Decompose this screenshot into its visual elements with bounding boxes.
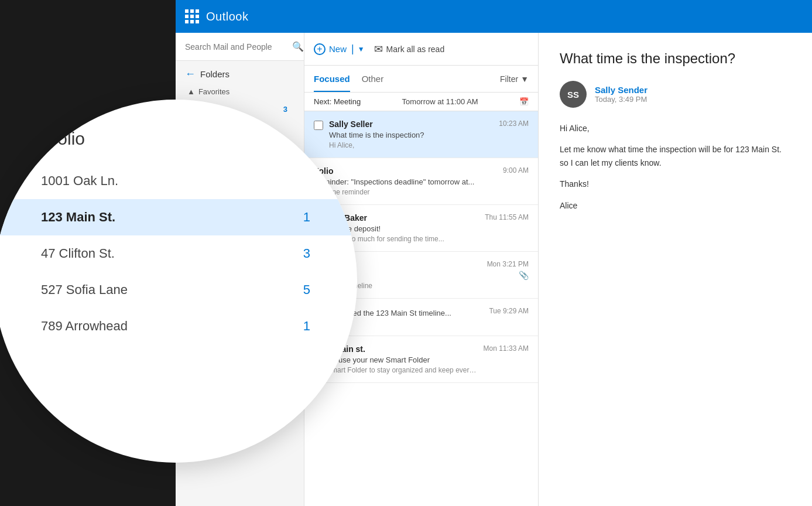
tabs-row: Focused Other Filter ▼: [304, 66, 538, 93]
email-sender-2: Folio: [314, 166, 497, 176]
email-checkbox-1[interactable]: [314, 121, 323, 130]
filter-chevron-icon: ▼: [520, 74, 529, 84]
email-meta-5: Tue 9:29 AM: [489, 307, 529, 315]
favorites-chevron: ▲: [187, 87, 195, 96]
folders-header[interactable]: ← Folders: [185, 68, 294, 80]
email-body: Hi Alice, Let me know what time the insp…: [560, 122, 791, 212]
body-line-1: Hi Alice,: [560, 122, 791, 135]
app-grid-icon[interactable]: [185, 9, 199, 23]
email-toolbar: + New | ▼ ✉ Mark all as read: [304, 33, 538, 66]
calendar-icon: 📅: [519, 97, 529, 106]
email-subject-2: Reminder: "Inspections deadline" tomorro…: [314, 177, 497, 186]
email-time-5: Tue 9:29 AM: [489, 307, 529, 315]
email-item[interactable]: Sally Seller What time is the inspection…: [304, 111, 538, 158]
mark-read-label: Mark all as read: [386, 45, 445, 54]
reading-pane: What time is the inspection? SS Sally Se…: [539, 33, 812, 506]
zoom-folder-badge-4: 1: [303, 319, 310, 334]
zoom-chevron-icon: ⌃: [29, 131, 40, 146]
header: Outlook: [176, 0, 812, 33]
email-meta-2: 9:00 AM: [503, 166, 529, 175]
filter-button[interactable]: Filter ▼: [500, 74, 529, 84]
email-preview-6: this Smart Folder to stay organized and …: [314, 366, 478, 374]
search-input[interactable]: [185, 42, 287, 52]
email-time-6: Mon 11:33 AM: [484, 344, 529, 353]
favorites-header[interactable]: ▲ Favorites: [187, 87, 294, 96]
email-subject-1: What time is the inspection?: [329, 131, 493, 139]
zoom-circle-overlay: ⌃ Folio 1001 Oak Ln. 123 Main St. 1 47 C…: [0, 100, 357, 463]
email-sender-1: Sally Seller: [329, 119, 493, 129]
zoom-folder-item-4[interactable]: 789 Arrowhead 1: [0, 308, 357, 344]
sender-name: Sally Sender: [595, 85, 647, 95]
body-line-4: Alice: [560, 199, 791, 212]
zoom-folder-item-1[interactable]: 123 Main St. 1: [0, 199, 357, 235]
zoom-folder-item-3[interactable]: 527 Sofia Lane 5: [0, 272, 357, 308]
email-preview-2: Timeline reminder: [314, 188, 497, 196]
avatar: SS: [560, 81, 587, 108]
sender-row: SS Sally Sender Today, 3:49 PM: [560, 81, 791, 108]
zoom-folder-name-3: 527 Sofia Lane: [41, 282, 128, 298]
new-divider: |: [351, 43, 354, 55]
email-time-2: 9:00 AM: [503, 166, 529, 175]
next-meeting-bar: Next: Meeting Tomorrow at 11:00 AM 📅: [304, 93, 538, 111]
email-content-2: Folio Reminder: "Inspections deadline" t…: [314, 166, 497, 196]
zoom-folder-name-2: 47 Clifton St.: [41, 246, 115, 261]
email-content-1: Sally Seller What time is the inspection…: [329, 119, 493, 149]
tab-focused[interactable]: Focused: [314, 66, 350, 92]
attachment-icon: 📎: [519, 271, 529, 280]
email-time-1: 10:23 AM: [499, 119, 529, 128]
meeting-time: Tomorrow at 11:00 AM: [402, 97, 478, 106]
email-item[interactable]: Folio Reminder: "Inspections deadline" t…: [304, 158, 538, 205]
email-meta-1: 10:23 AM: [499, 119, 529, 128]
email-meta-3: Thu 11:55 AM: [485, 213, 529, 221]
search-bar[interactable]: 🔍: [176, 33, 304, 61]
zoom-folder-badge-1: 1: [303, 210, 310, 225]
new-button[interactable]: + New | ▼: [314, 43, 365, 55]
back-icon: ←: [185, 68, 196, 80]
email-time-3: Thu 11:55 AM: [485, 213, 529, 221]
tab-other[interactable]: Other: [362, 66, 384, 92]
mark-read-button[interactable]: ✉ Mark all as read: [374, 43, 445, 56]
zoom-folder-item-0[interactable]: 1001 Oak Ln.: [0, 163, 357, 199]
email-time-4: Mon 3:21 PM: [487, 260, 529, 268]
inbox-badge: 3: [283, 105, 287, 114]
search-icon: 🔍: [292, 41, 304, 52]
next-meeting-label: Next: Meeting: [314, 97, 361, 106]
zoom-folio-label: Folio: [47, 129, 85, 149]
envelope-icon: ✉: [374, 43, 383, 56]
sender-time: Today, 3:49 PM: [595, 95, 647, 104]
body-line-2: Let me know what time the inspection wil…: [560, 143, 791, 169]
reading-pane-subject: What time is the inspection?: [560, 50, 791, 67]
new-plus-icon: +: [314, 43, 326, 55]
favorites-label: Favorites: [198, 87, 229, 96]
email-meta-4: Mon 3:21 PM 📎: [487, 260, 529, 280]
zoom-folder-name-0: 1001 Oak Ln.: [41, 173, 118, 189]
new-dropdown-icon: ▼: [358, 45, 365, 53]
new-label: New: [329, 44, 347, 54]
zoom-folder-name-1: 123 Main St.: [41, 210, 115, 225]
body-line-3: Thanks!: [560, 177, 791, 190]
zoom-folder-name-4: 789 Arrowhead: [41, 319, 128, 334]
zoom-folder-badge-2: 3: [303, 246, 310, 261]
app-title: Outlook: [206, 10, 248, 23]
zoom-folder-item-2[interactable]: 47 Clifton St. 3: [0, 235, 357, 272]
zoom-folder-badge-3: 5: [303, 282, 310, 298]
email-preview-1: Hi Alice,: [329, 141, 493, 149]
filter-label: Filter: [500, 74, 518, 84]
folders-label: Folders: [200, 69, 229, 79]
sender-info: Sally Sender Today, 3:49 PM: [595, 85, 647, 104]
email-meta-6: Mon 11:33 AM: [484, 344, 529, 353]
